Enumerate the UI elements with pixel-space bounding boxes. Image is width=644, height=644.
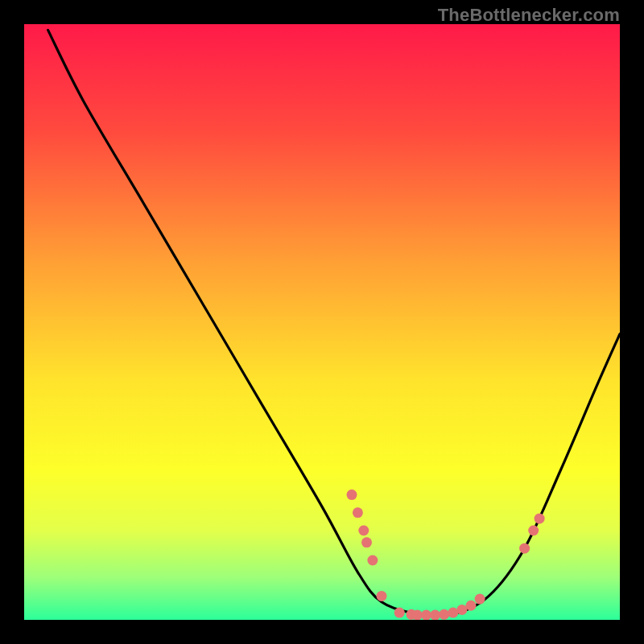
data-marker bbox=[412, 610, 423, 620]
data-marker bbox=[421, 610, 431, 620]
data-marker bbox=[448, 608, 458, 618]
chart-frame bbox=[24, 24, 620, 620]
data-marker bbox=[353, 507, 363, 518]
data-marker bbox=[439, 609, 449, 620]
data-marker bbox=[394, 608, 405, 618]
data-marker bbox=[358, 526, 369, 536]
data-marker bbox=[347, 489, 357, 500]
data-marker bbox=[377, 591, 387, 601]
data-marker bbox=[519, 543, 530, 554]
data-marker bbox=[466, 601, 477, 611]
data-marker bbox=[430, 610, 440, 620]
data-marker bbox=[535, 514, 545, 524]
attribution-text: TheBottlenecker.com bbox=[438, 5, 620, 26]
data-marker bbox=[456, 605, 467, 615]
data-marker bbox=[361, 537, 372, 547]
data-marker bbox=[528, 526, 539, 536]
data-marker bbox=[367, 555, 378, 566]
data-marker bbox=[475, 594, 485, 605]
bottleneck-chart bbox=[24, 24, 620, 620]
